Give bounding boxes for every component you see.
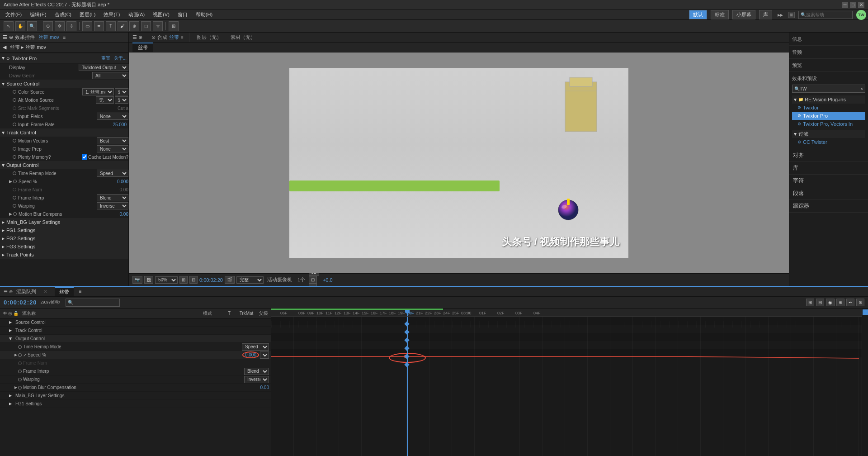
frame-interp-select[interactable]: Blend (97, 194, 128, 201)
comp-pixel-btn[interactable]: ⊡ (309, 276, 317, 284)
character-nav[interactable]: 字符 (789, 175, 868, 187)
plugin-twixtor-pro[interactable]: ⚙ Twixtor Pro (792, 112, 865, 120)
sp-dropdown[interactable]: ▾ (260, 352, 269, 359)
timeline-search[interactable]: 🔍 (66, 299, 120, 307)
fg1-header[interactable]: ▶ FG1 Settings (0, 226, 128, 234)
sc-toggle[interactable]: ▶ (9, 320, 12, 324)
display-select[interactable]: Twixtored Output (79, 64, 128, 71)
tl-btn1[interactable]: ⊞ (806, 299, 814, 306)
workspace-more[interactable]: ▸▸ (778, 12, 783, 18)
tc-toggle[interactable]: ▶ (9, 328, 12, 332)
comp-menu-btn[interactable]: ≡ (181, 35, 184, 40)
quality-select[interactable]: 完整 (236, 276, 264, 284)
color-source-select[interactable]: 1. 丝带.mov (82, 88, 114, 95)
close-button[interactable]: ✕ (858, 2, 864, 8)
fit-btn[interactable]: ⊞ (179, 276, 188, 284)
select-tool[interactable]: ↖ (4, 21, 14, 31)
sp-expand[interactable]: ▶ (14, 353, 17, 357)
user-avatar[interactable]: TW (856, 10, 866, 20)
align-nav[interactable]: 对齐 (789, 149, 868, 162)
tl-btn6[interactable]: ⊛ (856, 299, 864, 306)
menu-layer[interactable]: 图层(L) (76, 10, 99, 19)
grid-btn[interactable]: ⊟ (189, 276, 198, 284)
render-queue-tab[interactable]: 渲染队列 (16, 288, 36, 295)
layer-nav-btn[interactable]: ◀ (3, 44, 6, 50)
twixtor-reset[interactable]: 重置 (101, 55, 110, 62)
effects-search-clear[interactable]: × (860, 86, 863, 91)
warping-select[interactable]: Inverse (97, 202, 128, 209)
output-control-header[interactable]: ▶ Output Control (0, 161, 128, 169)
filter-toggle[interactable]: ▶ (793, 133, 797, 135)
menu-edit[interactable]: 编辑(E) (26, 10, 50, 19)
revision-group-header[interactable]: ▶ 📁 RE:Vision Plug-ins (792, 95, 865, 104)
effects-search-box[interactable]: 🔍 × (792, 85, 865, 93)
help-search-input[interactable] (806, 12, 863, 17)
plenty-memory-checkbox[interactable] (82, 154, 87, 160)
timeline-tab-menu[interactable]: ≡ (79, 289, 82, 294)
menu-file[interactable]: 文件(F) (2, 10, 25, 19)
tr-layer-select[interactable]: Speed (242, 343, 269, 351)
menu-composition[interactable]: 合成(C) (51, 10, 75, 19)
panel-menu-icon[interactable]: ☰ (3, 34, 7, 40)
snapshot-btn[interactable]: 📷 (132, 276, 142, 284)
track-control-header[interactable]: ▶ Track Control (0, 128, 128, 137)
input-fields-select[interactable]: None (97, 113, 128, 120)
pen-tool[interactable]: ✒ (94, 21, 104, 31)
tl-btn5[interactable]: ✒ (846, 299, 854, 306)
speed-expand-icon[interactable]: ▶ (9, 179, 12, 184)
rect-mask[interactable]: ▭ (82, 21, 92, 31)
output-control-toggle[interactable]: ▶ (1, 164, 5, 166)
twixtor-about[interactable]: 关于... (114, 55, 127, 62)
brush-tool[interactable]: 🖌 (118, 21, 127, 31)
view-tab-source[interactable]: 素材（无） (231, 34, 255, 41)
main-bg-toggle[interactable]: ▶ (2, 220, 5, 224)
fg1-toggle[interactable]: ▶ (2, 228, 5, 233)
tracker-nav[interactable]: 跟踪器 (789, 200, 868, 213)
main-bg-tl-toggle[interactable]: ▶ (9, 394, 12, 398)
twixtor-toggle[interactable]: ▶ (1, 57, 5, 60)
fg1-tl-toggle[interactable]: ▶ (9, 402, 12, 406)
main-bg-header[interactable]: ▶ Main_BG Layer Settings (0, 218, 128, 226)
warping-layer[interactable]: Warping Inverse (0, 375, 271, 384)
tl-btn2[interactable]: ⊟ (816, 299, 824, 306)
alt-motion-select[interactable]: 无 (96, 96, 114, 104)
stamp-tool[interactable]: ⊕ (129, 21, 139, 31)
warp-select[interactable]: Inverse (244, 376, 269, 383)
draw-geom-select[interactable]: All (92, 72, 128, 79)
track-control-toggle[interactable]: ▶ (1, 131, 5, 134)
cam-dolly[interactable]: ⇳ (66, 21, 76, 31)
timeline-active-tab[interactable]: 丝带 (55, 287, 74, 296)
fg2-header[interactable]: ▶ FG2 Settings (0, 234, 128, 242)
revision-toggle[interactable]: ▶ (793, 98, 797, 101)
menu-view[interactable]: 视图(V) (149, 10, 173, 19)
tl-btn3[interactable]: ◉ (826, 299, 835, 306)
workspace-standard[interactable]: 标准 (711, 10, 729, 19)
puppet-tool[interactable]: ☆ (153, 21, 163, 31)
fg3-toggle[interactable]: ▶ (2, 245, 5, 249)
frame-interp-layer[interactable]: Frame Interp Blend (0, 367, 271, 375)
oc-toggle[interactable]: ▶ (9, 337, 13, 340)
workspace-icon[interactable]: ⊞ (788, 12, 795, 18)
view-tab-layer[interactable]: 图层（无） (197, 34, 222, 41)
comp-active-tab[interactable]: 丝带 (132, 43, 153, 52)
source-control-layer[interactable]: ▶ Source Control (0, 318, 271, 327)
motion-blur-layer[interactable]: ▶ Motion Blur Compensation 0.00 (0, 384, 271, 392)
image-prep-select[interactable]: None (97, 145, 128, 152)
time-remap-select[interactable]: Speed (97, 170, 128, 177)
color-source-mode[interactable]: 源 (115, 88, 128, 95)
workspace-small-screen[interactable]: 小屏幕 (732, 10, 755, 19)
minimize-button[interactable]: ─ (842, 2, 848, 8)
plugin-twixtor-vectors[interactable]: ⚙ Twixtor Pro, Vectors In (792, 120, 865, 128)
mb-expand[interactable]: ▶ (14, 385, 17, 390)
comp-tab-active[interactable]: ⊙ 合成 丝带 ≡ (146, 33, 189, 42)
workspace-default[interactable]: 默认 (689, 10, 707, 19)
fi-select[interactable]: Blend (244, 368, 269, 375)
library-nav[interactable]: 库 (789, 162, 868, 175)
paragraph-nav[interactable]: 段落 (789, 187, 868, 200)
zoom-select[interactable]: 50% (155, 276, 178, 284)
speed-percent-layer[interactable]: ▶ ↗ Speed % 0.000 ▾ (0, 351, 271, 359)
help-search-box[interactable]: 🔍 (798, 11, 853, 19)
motion-vectors-select[interactable]: Best (97, 137, 128, 144)
menu-effects[interactable]: 效果(T) (100, 10, 123, 19)
fg1-layer[interactable]: ▶ FG1 Settings (0, 400, 271, 408)
